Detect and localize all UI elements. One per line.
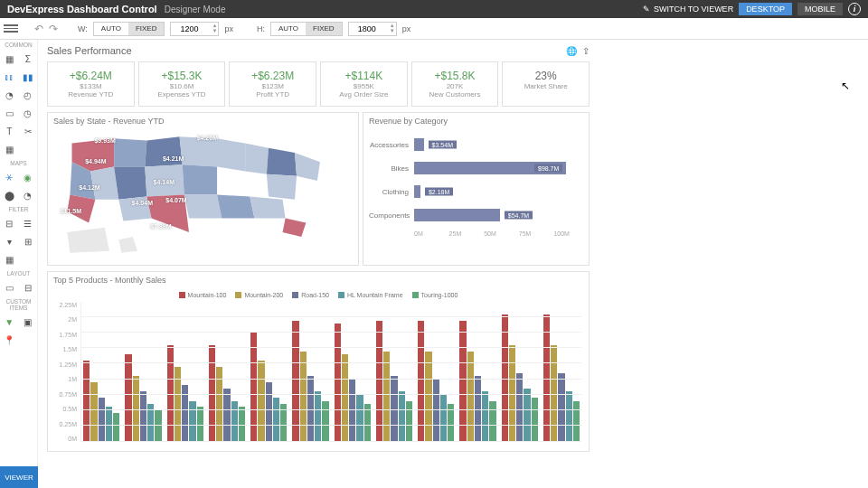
bar[interactable]	[155, 410, 161, 441]
chart-icon[interactable]: ⫾⫾	[2, 70, 16, 84]
category-row[interactable]: Bikes $98.7M	[369, 156, 580, 180]
funnel-icon[interactable]: ▼	[2, 314, 16, 329]
bar[interactable]	[524, 389, 530, 441]
group-icon[interactable]: ▭	[2, 280, 16, 295]
bar[interactable]	[300, 352, 307, 441]
bar[interactable]	[99, 398, 105, 441]
desktop-button[interactable]: DESKTOP	[739, 3, 792, 15]
bar[interactable]	[467, 352, 474, 441]
bar[interactable]	[418, 321, 424, 441]
image-icon[interactable]: ✂	[21, 124, 35, 138]
legend-item[interactable]: Mountain-100	[179, 292, 227, 298]
month-group[interactable]	[292, 302, 328, 441]
category-row[interactable]: Accessories $3.54M	[369, 133, 580, 156]
switch-to-viewer-link[interactable]: ✎ SWITCH TO VIEWER	[643, 5, 733, 14]
month-group[interactable]	[418, 302, 454, 441]
tab-icon[interactable]: ⊟	[21, 280, 35, 295]
globe-icon[interactable]: 🌐	[566, 46, 577, 56]
bar[interactable]	[459, 321, 466, 441]
bar[interactable]	[342, 354, 348, 441]
bar[interactable]	[83, 361, 90, 441]
bar[interactable]	[440, 395, 447, 441]
month-group[interactable]	[167, 302, 203, 441]
bar[interactable]	[90, 382, 97, 441]
category-row[interactable]: Components $54.7M	[369, 203, 580, 227]
text-icon[interactable]: T	[2, 124, 16, 138]
bar[interactable]	[482, 391, 488, 441]
legend-item[interactable]: Mountain-200	[235, 292, 283, 298]
menu-icon[interactable]	[4, 23, 18, 34]
gauge-icon[interactable]: ◴	[21, 88, 35, 102]
bar[interactable]	[322, 401, 328, 441]
kpi-card[interactable]: +$15.3K $10.6M Expenses YTD	[138, 61, 226, 107]
width-mode-toggle[interactable]: AUTO FIXED	[93, 22, 165, 36]
bar[interactable]	[335, 324, 341, 441]
bar[interactable]	[140, 391, 146, 441]
legend-item[interactable]: HL Mountain Frame	[338, 292, 403, 298]
viewer-button[interactable]: VIEWER	[0, 466, 38, 488]
legend-item[interactable]: Road-150	[292, 292, 329, 298]
redo-icon[interactable]: ↷	[49, 23, 58, 35]
date-icon[interactable]: ▦	[2, 252, 16, 267]
bar[interactable]	[113, 413, 119, 441]
card-icon[interactable]: ▭	[2, 106, 16, 120]
bubble-icon[interactable]: ⬤	[2, 188, 16, 202]
pie-icon[interactable]: ◔	[2, 88, 16, 102]
width-auto[interactable]: AUTO	[94, 23, 128, 35]
combo-icon[interactable]: ▾	[2, 234, 16, 249]
bar[interactable]	[292, 321, 298, 441]
month-group[interactable]	[209, 302, 245, 441]
bar[interactable]	[425, 352, 431, 441]
kpi-card[interactable]: +$15.8K 207K New Customers	[411, 61, 499, 107]
tree-icon[interactable]: ⊞	[21, 234, 35, 249]
sigma-icon[interactable]: Σ	[21, 52, 35, 66]
piemap-icon[interactable]: ◔	[21, 188, 35, 202]
bar[interactable]	[383, 352, 390, 441]
bar[interactable]	[406, 401, 412, 441]
bar[interactable]	[433, 380, 439, 441]
pin-icon[interactable]: 📍	[2, 333, 16, 347]
undo-icon[interactable]: ↶	[34, 23, 43, 35]
bar[interactable]	[231, 401, 238, 441]
bar[interactable]	[532, 398, 538, 441]
bar[interactable]	[558, 373, 564, 441]
bar[interactable]	[189, 401, 195, 441]
map-panel[interactable]: Sales by State - Revenue YTD	[47, 112, 359, 266]
bar[interactable]	[349, 380, 355, 441]
height-mode-toggle[interactable]: AUTO FIXED	[270, 22, 343, 36]
height-spinner[interactable]: ▲▼	[390, 23, 395, 33]
month-group[interactable]	[459, 302, 495, 441]
bar[interactable]	[125, 354, 131, 441]
category-panel[interactable]: Revenue by Category Accessories $3.54MBi…	[363, 112, 590, 266]
month-group[interactable]	[125, 302, 161, 441]
bar[interactable]	[356, 395, 363, 441]
bar[interactable]	[273, 398, 279, 441]
choropleth-icon[interactable]: ◉	[21, 170, 35, 184]
range-icon[interactable]: ⊟	[2, 216, 16, 230]
month-group[interactable]	[335, 302, 371, 441]
height-fixed[interactable]: FIXED	[306, 23, 342, 35]
treemap-icon[interactable]: ▦	[2, 142, 16, 156]
clock-icon[interactable]: ◷	[21, 106, 35, 120]
map-area[interactable]: $9.93M$4.94M$4.12M$11.5M$4.26M$4.21M$4.1…	[48, 129, 358, 260]
custom-icon[interactable]: ▣	[21, 314, 35, 329]
bar[interactable]	[573, 401, 580, 441]
month-group[interactable]	[543, 302, 580, 441]
bar[interactable]	[516, 373, 523, 441]
mobile-button[interactable]: MOBILE	[797, 3, 843, 15]
grid-icon[interactable]: ▦	[2, 52, 16, 66]
bar[interactable]	[489, 401, 495, 441]
bar[interactable]	[258, 361, 264, 441]
legend-item[interactable]: Touring-1000	[412, 292, 458, 298]
bar[interactable]	[266, 382, 272, 441]
width-fixed[interactable]: FIXED	[128, 23, 165, 35]
bar[interactable]	[315, 391, 321, 441]
bar[interactable]	[376, 321, 382, 441]
height-auto[interactable]: AUTO	[271, 23, 306, 35]
kpi-card[interactable]: +$6.23M $123M Profit YTD	[229, 61, 316, 107]
export-icon[interactable]: ⇪	[582, 46, 590, 56]
geopoint-icon[interactable]: ⚹	[2, 170, 16, 184]
month-group[interactable]	[83, 302, 119, 441]
month-group[interactable]	[502, 302, 538, 441]
kpi-card[interactable]: +$114K $955K Avg Order Size	[320, 61, 408, 107]
